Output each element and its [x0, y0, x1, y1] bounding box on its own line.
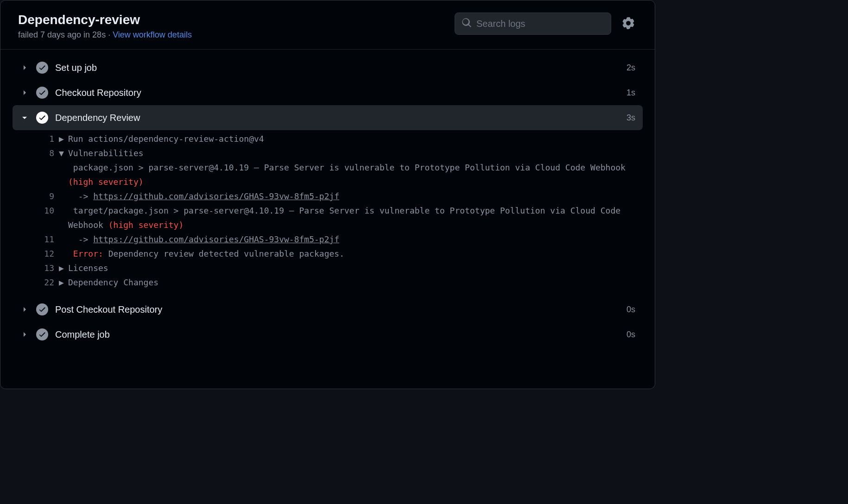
line-number: 8: [37, 146, 59, 161]
status-success-icon: [36, 112, 49, 124]
log-line[interactable]: 22 ▶ Dependency Changes: [37, 276, 643, 290]
separator: ·: [106, 30, 113, 39]
log-text: target/package.json > parse-server@4.10.…: [68, 204, 643, 233]
search-logs-input[interactable]: [476, 19, 604, 29]
log-text: Licenses: [68, 261, 643, 276]
log-line[interactable]: 13 ▶ Licenses: [37, 261, 643, 276]
log-text: Vulnerabilities: [68, 146, 643, 161]
step-post-checkout-repository[interactable]: Post Checkout Repository 0s: [13, 297, 643, 322]
step-name: Checkout Repository: [55, 88, 620, 98]
settings-button[interactable]: [620, 14, 637, 33]
chevron-right-icon: [20, 306, 29, 313]
chevron-right-icon: [20, 89, 29, 96]
search-logs-box[interactable]: [455, 13, 611, 35]
step-name: Complete job: [55, 329, 620, 340]
status-text: failed 7 days ago in 28s: [18, 30, 106, 39]
step-duration: 1s: [627, 88, 635, 98]
step-name: Set up job: [55, 63, 620, 73]
caret-right-icon: ▶: [59, 132, 68, 146]
log-line: 9 -> https://github.com/advisories/GHAS-…: [37, 189, 643, 204]
log-text: Run actions/dependency-review-action@v4: [68, 132, 643, 146]
step-name: Dependency Review: [55, 113, 620, 123]
line-number: 12: [37, 247, 59, 261]
line-number: 22: [37, 276, 59, 290]
status-success-icon: [36, 328, 49, 340]
view-workflow-details-link[interactable]: View workflow details: [113, 30, 192, 39]
line-number: 10: [37, 204, 59, 218]
status-success-icon: [36, 62, 49, 74]
panel-header: Dependency-review failed 7 days ago in 2…: [0, 0, 655, 50]
caret-right-icon: ▶: [59, 261, 68, 276]
log-line[interactable]: 1 ▶ Run actions/dependency-review-action…: [37, 132, 643, 146]
log-line: package.json > parse-server@4.10.19 – Pa…: [37, 161, 643, 189]
step-duration: 2s: [627, 63, 635, 73]
line-number: 1: [37, 132, 59, 146]
chevron-right-icon: [20, 331, 29, 338]
status-success-icon: [36, 303, 49, 315]
log-line[interactable]: 8 ▼ Vulnerabilities: [37, 146, 643, 161]
steps-list: Set up job 2s Checkout Repository 1s Dep…: [0, 50, 655, 389]
chevron-down-icon: [20, 114, 29, 121]
caret-right-icon: ▶: [59, 276, 68, 290]
line-number: 11: [37, 233, 59, 247]
step-name: Post Checkout Repository: [55, 304, 620, 315]
step-set-up-job[interactable]: Set up job 2s: [13, 55, 643, 80]
workflow-title: Dependency-review: [18, 13, 455, 27]
step-duration: 0s: [627, 330, 635, 340]
line-number: 9: [37, 189, 59, 204]
log-text: -> https://github.com/advisories/GHAS-93…: [68, 233, 643, 247]
chevron-right-icon: [20, 64, 29, 71]
severity-label: (high severity): [108, 220, 184, 230]
advisory-link[interactable]: https://github.com/advisories/GHAS-93vw-…: [93, 191, 339, 201]
workflow-subtitle: failed 7 days ago in 28s · View workflow…: [18, 30, 455, 40]
log-text: -> https://github.com/advisories/GHAS-93…: [68, 189, 643, 204]
advisory-link[interactable]: https://github.com/advisories/GHAS-93vw-…: [93, 234, 339, 244]
error-label: Error:: [73, 249, 103, 258]
step-log: 1 ▶ Run actions/dependency-review-action…: [13, 130, 643, 297]
caret-down-icon: ▼: [59, 146, 68, 161]
log-text: Error: Dependency review detected vulner…: [68, 247, 643, 261]
log-line: 11 -> https://github.com/advisories/GHAS…: [37, 233, 643, 247]
log-line: 12 Error: Dependency review detected vul…: [37, 247, 643, 261]
log-text: package.json > parse-server@4.10.19 – Pa…: [68, 161, 643, 189]
step-checkout-repository[interactable]: Checkout Repository 1s: [13, 80, 643, 105]
severity-label: (high severity): [68, 177, 144, 187]
log-text: Dependency Changes: [68, 276, 643, 290]
status-success-icon: [36, 87, 49, 99]
search-icon: [462, 18, 472, 30]
gear-icon: [622, 17, 634, 31]
step-duration: 0s: [627, 305, 635, 315]
step-complete-job[interactable]: Complete job 0s: [13, 322, 643, 347]
line-number: 13: [37, 261, 59, 276]
step-dependency-review[interactable]: Dependency Review 3s: [13, 105, 643, 130]
header-left: Dependency-review failed 7 days ago in 2…: [18, 13, 455, 40]
step-duration: 3s: [627, 113, 635, 123]
header-right: [455, 13, 637, 35]
workflow-log-panel: Dependency-review failed 7 days ago in 2…: [0, 0, 655, 389]
log-line: 10 target/package.json > parse-server@4.…: [37, 204, 643, 233]
